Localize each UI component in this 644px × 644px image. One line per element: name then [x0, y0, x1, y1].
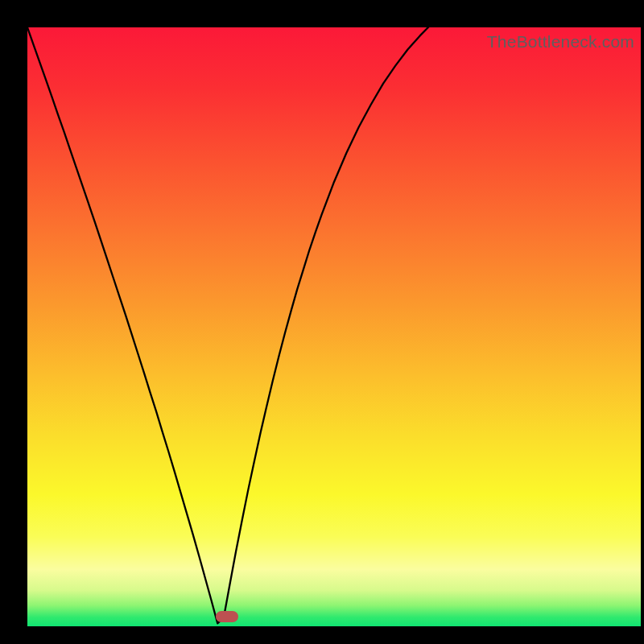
chart-frame: TheBottleneck.com: [0, 0, 644, 644]
watermark-label: TheBottleneck.com: [487, 32, 634, 52]
min-marker: [216, 611, 238, 622]
plot-area: TheBottleneck.com: [27, 27, 641, 626]
gradient-background: [27, 27, 641, 626]
